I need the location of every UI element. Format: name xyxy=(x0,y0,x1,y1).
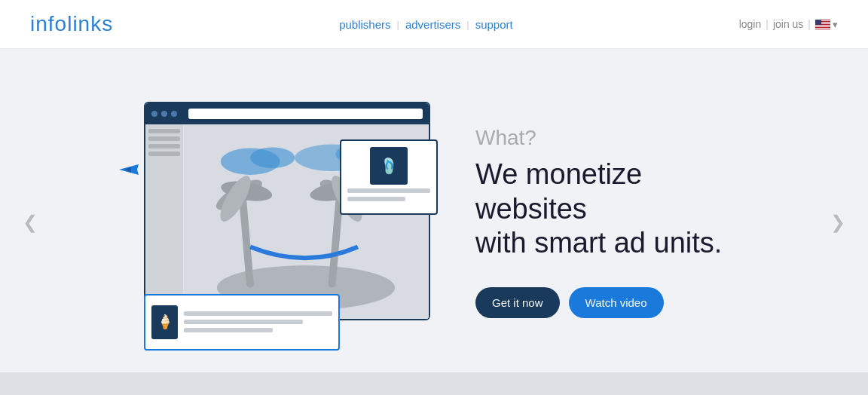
icecream-icon: 🍦 xyxy=(151,305,178,339)
hero-text: What? We monetize websites with smart ad… xyxy=(475,126,739,318)
nav-divider-1: | xyxy=(397,19,399,30)
ad-text-lines xyxy=(184,311,332,332)
main-nav: publishers | advertisers | support xyxy=(339,18,513,31)
sandals-icon: 🩴 xyxy=(370,147,408,185)
nav-advertisers[interactable]: advertisers xyxy=(405,18,460,31)
flag-icon xyxy=(815,20,830,29)
language-selector[interactable]: ▾ xyxy=(815,19,838,30)
carousel-next-button[interactable]: ❯ xyxy=(830,212,845,233)
chevron-down-icon: ▾ xyxy=(833,19,838,30)
nav-publishers[interactable]: publishers xyxy=(339,18,390,31)
join-us-link[interactable]: join us xyxy=(773,18,803,30)
browser-dot-1 xyxy=(151,111,157,117)
auth-divider-2: | xyxy=(808,18,811,30)
ad-unit-icecream: 🍦 xyxy=(144,294,340,351)
logo-text: infolinks xyxy=(30,12,113,35)
browser-dot-3 xyxy=(171,111,177,117)
hero-illustration: 🩴 🍦 xyxy=(129,102,430,343)
svg-rect-5 xyxy=(815,26,830,27)
watch-video-button[interactable]: Watch video xyxy=(569,287,664,318)
nav-divider-2: | xyxy=(466,19,469,30)
airplane-icon xyxy=(118,162,142,182)
hero-heading: We monetize websites with smart ad units… xyxy=(475,158,739,261)
nav-support[interactable]: support xyxy=(475,18,513,31)
get-it-now-button[interactable]: Get it now xyxy=(475,287,560,318)
auth-nav: login | join us | ▾ xyxy=(739,18,838,30)
svg-rect-7 xyxy=(815,20,821,25)
carousel-prev-button[interactable]: ❮ xyxy=(23,212,38,233)
ad-unit-sandals: 🩴 xyxy=(340,139,438,215)
browser-url-bar xyxy=(188,109,423,119)
browser-dot-2 xyxy=(161,111,167,117)
login-link[interactable]: login xyxy=(739,18,762,30)
auth-divider-1: | xyxy=(766,18,769,30)
svg-point-10 xyxy=(250,147,295,168)
what-label: What? xyxy=(475,126,739,150)
hero-content: 🩴 🍦 What? We monetize webs xyxy=(95,102,773,343)
logo[interactable]: infolinks xyxy=(30,12,113,36)
svg-rect-6 xyxy=(815,28,830,29)
browser-sidebar xyxy=(145,124,183,319)
browser-titlebar xyxy=(145,103,429,124)
hero-buttons: Get it now Watch video xyxy=(475,287,739,318)
svg-rect-4 xyxy=(815,25,830,26)
header: infolinks publishers | advertisers | sup… xyxy=(0,0,868,49)
hero-section: ❮ xyxy=(0,49,868,395)
bottom-strip xyxy=(0,372,868,395)
